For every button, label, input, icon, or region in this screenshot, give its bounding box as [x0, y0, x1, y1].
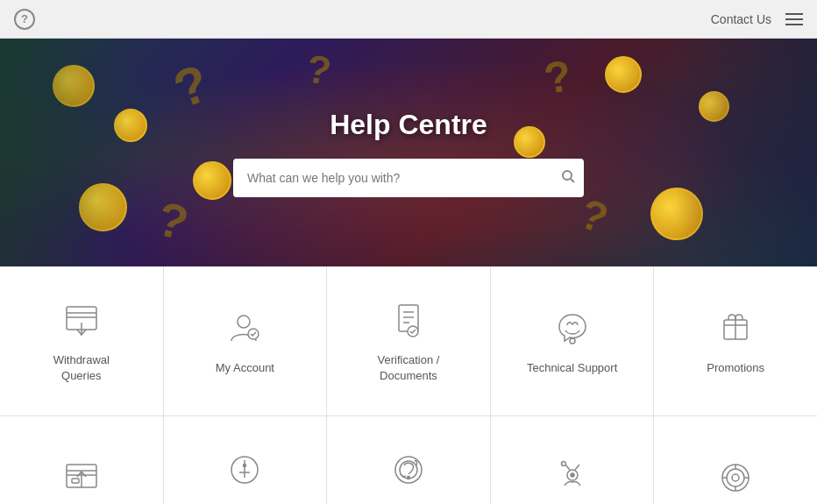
svg-point-0: [563, 171, 572, 180]
svg-line-33: [575, 465, 579, 470]
verification-documents-icon: [387, 298, 430, 342]
cards-grid-row1: WithdrawalQueries My Account Verificatio…: [0, 266, 817, 415]
card-new-to-kiwis-treasure[interactable]: New to Kiwi'sTreasure: [164, 416, 327, 504]
svg-point-13: [570, 338, 575, 344]
card-responsible-gaming[interactable]: ResponsibleGaming: [327, 416, 490, 504]
top-nav: ? Contact Us: [0, 0, 817, 39]
pokies-icon: [551, 456, 594, 500]
help-icon[interactable]: ?: [14, 9, 35, 30]
table-games-icon: [714, 456, 757, 500]
svg-rect-20: [72, 479, 79, 483]
nav-right: Contact Us: [711, 12, 803, 26]
deposit-queries-icon: [60, 456, 103, 500]
card-promotions[interactable]: Promotions: [654, 266, 817, 415]
search-button[interactable]: [561, 169, 575, 187]
svg-point-23: [244, 465, 246, 467]
svg-point-30: [571, 473, 574, 477]
card-table-games[interactable]: Table Games: [654, 416, 817, 504]
card-withdrawal-queries[interactable]: WithdrawalQueries: [0, 266, 163, 415]
search-container: [233, 159, 584, 197]
hero-banner: ? ? ? ? ? Help Centre: [0, 39, 817, 266]
search-input[interactable]: [233, 159, 584, 197]
svg-line-31: [565, 465, 570, 470]
withdrawal-queries-icon: [60, 298, 103, 342]
card-my-account[interactable]: My Account: [164, 266, 327, 415]
svg-line-1: [571, 179, 574, 182]
technical-support-label: Technical Support: [527, 360, 617, 376]
card-pokies[interactable]: Pokies: [491, 416, 654, 504]
svg-point-35: [727, 469, 744, 486]
hero-title: Help Centre: [330, 109, 487, 141]
technical-support-icon: [551, 306, 594, 350]
contact-us-link[interactable]: Contact Us: [711, 12, 771, 26]
card-technical-support[interactable]: Technical Support: [491, 266, 654, 415]
my-account-label: My Account: [216, 360, 274, 376]
nav-left: ?: [14, 9, 35, 30]
card-deposit-queries[interactable]: Deposit Queries: [0, 416, 163, 504]
svg-point-28: [407, 477, 409, 479]
cards-grid-row2: Deposit Queries New to Kiwi'sTreasure Re…: [0, 416, 817, 504]
withdrawal-queries-label: WithdrawalQueries: [53, 352, 110, 384]
svg-point-32: [561, 462, 565, 466]
card-verification-documents[interactable]: Verification /Documents: [327, 266, 490, 415]
responsible-gaming-icon: [387, 448, 430, 492]
new-to-kiwis-treasure-icon: [223, 448, 266, 492]
my-account-icon: [223, 306, 266, 350]
promotions-icon: [714, 306, 757, 350]
svg-point-36: [732, 474, 739, 481]
verification-documents-label: Verification /Documents: [378, 352, 440, 384]
cards-section: WithdrawalQueries My Account Verificatio…: [0, 266, 817, 504]
svg-point-6: [238, 316, 250, 328]
hamburger-menu[interactable]: [785, 13, 803, 25]
promotions-label: Promotions: [707, 360, 764, 376]
